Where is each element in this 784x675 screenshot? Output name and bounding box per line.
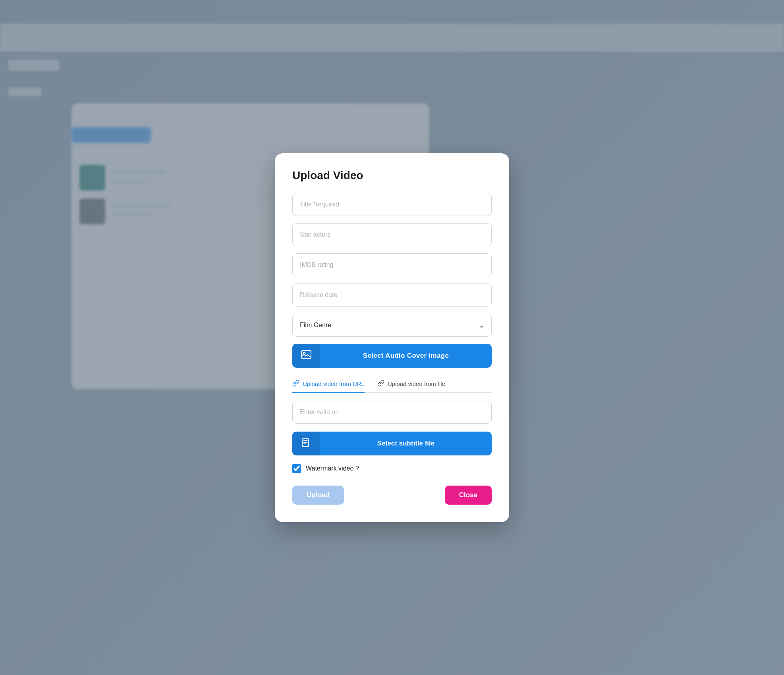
release-date-field-group <box>292 284 492 307</box>
upload-method-tabs: Upload video from URL Upload video from … <box>292 376 492 393</box>
upload-button[interactable]: Upload <box>292 486 344 505</box>
film-genre-field-group: Film Genre Action Comedy Drama Horror Sc… <box>292 314 492 337</box>
modal-title: Upload Video <box>292 169 492 182</box>
tab-file-label: Upload video from file <box>388 380 445 387</box>
tab-upload-url[interactable]: Upload video from URL <box>292 376 365 393</box>
star-actors-input[interactable] <box>292 223 492 246</box>
film-genre-select-wrapper: Film Genre Action Comedy Drama Horror Sc… <box>292 314 492 337</box>
star-actors-field-group <box>292 223 492 246</box>
release-date-input[interactable] <box>292 284 492 307</box>
imdb-rating-input[interactable] <box>292 253 492 276</box>
url-input[interactable] <box>292 401 492 424</box>
cover-image-button[interactable]: Select Audio Cover image <box>292 344 492 368</box>
subtitle-file-button[interactable]: Select subtitle file <box>292 432 492 455</box>
cover-image-icon-section <box>292 344 320 368</box>
url-input-group <box>292 401 492 424</box>
link-icon-url <box>292 380 299 388</box>
modal-footer: Upload Close <box>292 486 492 505</box>
imdb-rating-field-group <box>292 253 492 276</box>
modal-overlay: Upload Video Film Genre Action Comedy Dr… <box>0 0 784 675</box>
image-icon <box>301 350 311 361</box>
upload-video-modal: Upload Video Film Genre Action Comedy Dr… <box>275 153 509 522</box>
close-button[interactable]: Close <box>445 486 492 505</box>
film-genre-select[interactable]: Film Genre Action Comedy Drama Horror Sc… <box>292 314 492 337</box>
watermark-checkbox[interactable] <box>292 464 301 473</box>
tab-url-label: Upload video from URL <box>303 380 365 387</box>
subtitle-icon-section <box>292 432 320 455</box>
title-input[interactable] <box>292 193 492 216</box>
subtitle-btn-label: Select subtitle file <box>320 440 492 447</box>
file-icon <box>301 438 311 449</box>
cover-image-btn-label: Select Audio Cover image <box>320 352 492 360</box>
link-icon-file <box>377 380 384 388</box>
watermark-label[interactable]: Watermark video ? <box>306 465 359 472</box>
title-field-group <box>292 193 492 216</box>
tab-upload-file[interactable]: Upload video from file <box>377 376 445 393</box>
watermark-row: Watermark video ? <box>292 464 492 473</box>
